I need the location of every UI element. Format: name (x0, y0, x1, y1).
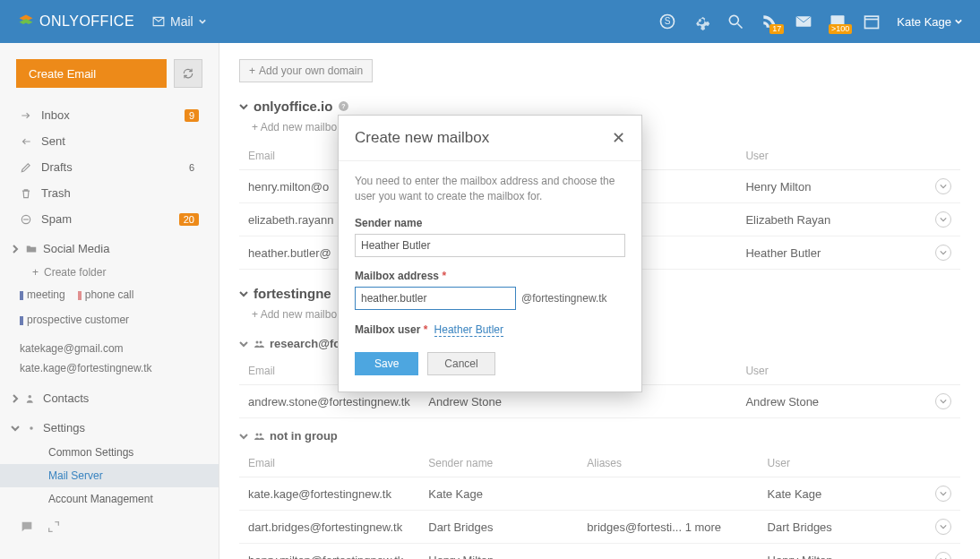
modal-title: Create new mailbox (355, 129, 489, 147)
mailbox-user-label: Mailbox user * (355, 323, 427, 336)
mailbox-address-input[interactable] (355, 287, 516, 310)
close-icon[interactable]: ✕ (612, 128, 625, 148)
sender-name-input[interactable] (355, 234, 625, 257)
cancel-button[interactable]: Cancel (427, 352, 494, 375)
address-suffix: @fortestingnew.tk (521, 292, 607, 305)
mailbox-address-label: Mailbox address * (355, 270, 625, 282)
create-mailbox-modal: Create new mailbox ✕ You need to enter t… (338, 115, 642, 392)
mailbox-user-select[interactable]: Heather Butler (434, 323, 503, 337)
sender-name-label: Sender name (355, 217, 625, 229)
save-button[interactable]: Save (355, 352, 418, 375)
modal-overlay: Create new mailbox ✕ You need to enter t… (0, 0, 980, 559)
required-mark: * (442, 270, 446, 282)
modal-description: You need to enter the mailbox address an… (355, 174, 625, 204)
required-mark: * (424, 323, 428, 336)
